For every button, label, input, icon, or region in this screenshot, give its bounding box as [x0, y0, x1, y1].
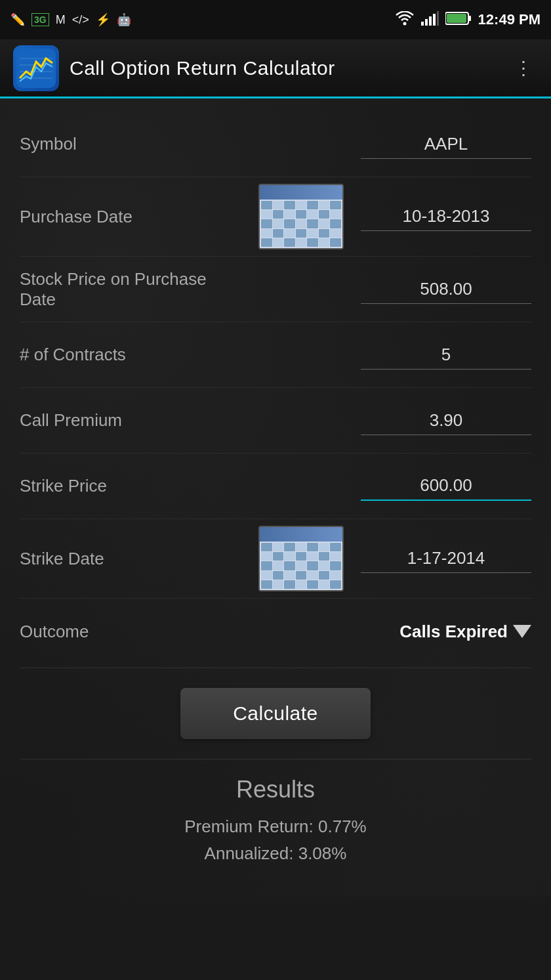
gmail-icon: M [56, 13, 66, 27]
strike-price-value-container [230, 471, 531, 501]
svg-rect-2 [425, 19, 428, 26]
signal-icon [420, 11, 439, 29]
svg-rect-5 [437, 11, 439, 26]
app-title: Call Option Return Calculator [70, 57, 335, 79]
strike-date-value-container [230, 526, 531, 591]
purchase-date-input[interactable] [361, 202, 531, 231]
svg-rect-8 [447, 14, 466, 23]
usb-icon: ⚡ [96, 12, 110, 27]
outcome-label: Outcome [20, 622, 230, 642]
contracts-label: # of Contracts [20, 345, 230, 365]
call-premium-label: Call Premium [20, 410, 230, 431]
strike-price-row: Strike Price [20, 454, 531, 519]
stock-price-value-container [230, 275, 531, 304]
symbol-label: Symbol [20, 134, 230, 154]
stock-price-label: Stock Price on Purchase Date [20, 269, 230, 310]
annualized-line: Annualized: 3.08% [20, 843, 531, 864]
strike-date-label: Strike Date [20, 549, 230, 569]
purchase-date-calendar-button[interactable] [258, 184, 344, 249]
purchase-date-value-container [230, 184, 531, 249]
svg-point-0 [403, 22, 406, 25]
contracts-row: # of Contracts [20, 322, 531, 388]
edit-icon: ✏️ [10, 12, 25, 27]
outcome-value-container: Calls Expired [230, 622, 531, 642]
calculate-button[interactable]: Calculate [180, 688, 371, 739]
outcome-row: Outcome Calls Expired [20, 599, 531, 664]
results-section: Results Premium Return: 0.77% Annualized… [20, 763, 531, 884]
strike-date-row: Strike Date [20, 519, 531, 599]
app-header: Call Option Return Calculator ⋮ [0, 39, 551, 98]
android-icon: 🤖 [117, 12, 131, 27]
symbol-row: Symbol [20, 112, 531, 177]
wifi-icon [396, 11, 414, 29]
stock-price-row: Stock Price on Purchase Date [20, 257, 531, 322]
calculate-button-container: Calculate [20, 688, 531, 739]
app-header-left: Call Option Return Calculator [13, 45, 335, 91]
app-logo [13, 45, 59, 91]
results-title: Results [20, 776, 531, 803]
3g-icon: 3G [31, 13, 49, 26]
status-time: 12:49 PM [478, 11, 541, 28]
dropdown-arrow-icon[interactable] [513, 625, 531, 638]
contracts-value-container [230, 341, 531, 370]
symbol-input[interactable] [361, 130, 531, 159]
status-icons-right: 12:49 PM [396, 11, 541, 29]
call-premium-value-container [230, 406, 531, 435]
code-icon: </> [72, 13, 89, 27]
strike-price-label: Strike Price [20, 476, 230, 496]
purchase-date-label: Purchase Date [20, 207, 230, 227]
svg-rect-1 [421, 22, 424, 26]
strike-price-input[interactable] [361, 471, 531, 501]
header-menu-icon[interactable]: ⋮ [509, 52, 538, 84]
status-bar: ✏️ 3G M </> ⚡ 🤖 [0, 0, 551, 39]
outcome-selected-value: Calls Expired [399, 622, 508, 642]
svg-rect-4 [433, 14, 436, 26]
section-divider [20, 668, 531, 668]
premium-return-line: Premium Return: 0.77% [20, 817, 531, 837]
battery-icon [445, 11, 472, 29]
contracts-input[interactable] [361, 341, 531, 370]
strike-date-input[interactable] [361, 544, 531, 573]
results-divider [20, 759, 531, 759]
symbol-value-container [230, 130, 531, 159]
call-premium-input[interactable] [361, 406, 531, 435]
svg-rect-7 [468, 16, 471, 21]
purchase-date-row: Purchase Date [20, 177, 531, 257]
status-icons-left: ✏️ 3G M </> ⚡ 🤖 [10, 12, 131, 27]
outcome-dropdown[interactable]: Calls Expired [399, 622, 531, 642]
call-premium-row: Call Premium [20, 388, 531, 454]
stock-price-input[interactable] [361, 275, 531, 304]
main-content: Symbol Purchase Date Stock Price on Purc… [0, 98, 551, 897]
strike-date-calendar-button[interactable] [258, 526, 344, 591]
svg-rect-3 [429, 16, 432, 26]
